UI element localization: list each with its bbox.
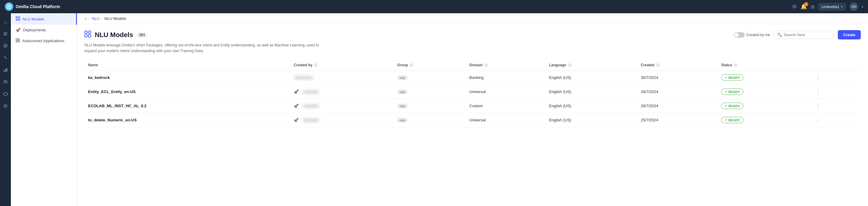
sidebar-item-analytics[interactable] <box>1 65 10 75</box>
status-check-icon: ✓ <box>724 118 727 122</box>
cell-created: 26/7/2024 <box>637 84 717 99</box>
svg-rect-25 <box>88 35 91 37</box>
breadcrumb-home-icon[interactable]: ⌂ <box>85 16 87 21</box>
leftnav-item-deployments[interactable]: 🚀 Deployments <box>11 25 77 35</box>
svg-rect-14 <box>16 16 18 18</box>
leftnav-section: NLU Models 🚀 Deployments Autocorrect App… <box>11 13 77 46</box>
table-body: ka_bedrock •••••••••••• ocp Banking Engl… <box>85 70 861 127</box>
sidebar: ⌂ ✎ <box>0 13 11 206</box>
cell-name: ECOLAB_ML_INST_HC_AL_0.2 <box>85 99 290 113</box>
row-menu-button[interactable]: ⋮ <box>813 102 823 110</box>
cell-status: ✓ READY <box>717 70 810 84</box>
cell-status: ✓ READY <box>717 113 810 127</box>
leftnav-item-autocorrect[interactable]: Autocorrect Applications <box>11 35 77 46</box>
sidebar-item-tools[interactable]: ✎ <box>1 53 10 63</box>
cell-group: ocp <box>394 113 466 127</box>
nlu-models-icon <box>16 16 20 22</box>
cell-language: English (US) <box>546 84 637 99</box>
breadcrumb-nlu[interactable]: NLU <box>92 16 99 21</box>
page-header-icon <box>85 31 91 39</box>
cell-menu: ⋮ <box>810 113 861 127</box>
sidebar-item-settings[interactable] <box>1 101 10 111</box>
rocket-icon: 🚀 <box>294 90 299 94</box>
svg-rect-17 <box>19 19 20 21</box>
col-status: Status ⓘ <box>717 60 810 71</box>
cell-language: English (US) <box>546 113 637 127</box>
search-input[interactable] <box>784 33 831 37</box>
cell-creator: 🚀 •••••••••• <box>290 99 394 113</box>
status-badge: ✓ READY <box>721 117 743 123</box>
creator-value: •••••••••• <box>302 90 320 94</box>
row-menu-button[interactable]: ⋮ <box>813 74 823 81</box>
group-badge: ocp <box>397 90 407 94</box>
grid-icon[interactable]: ⊞ <box>811 4 815 10</box>
leftnav-item-nlu-models[interactable]: NLU Models <box>11 13 77 25</box>
table-row: to_delete_Numeric_en-US 🚀 •••••••••• ocp… <box>85 113 861 127</box>
header-controls: Created by me 🔍 Create <box>734 30 861 39</box>
row-menu-button[interactable]: ⋮ <box>813 88 823 96</box>
row-menu-button[interactable]: ⋮ <box>813 116 823 124</box>
toggle-label: Created by me <box>746 33 770 37</box>
cell-domain: Universal <box>466 113 545 127</box>
page-content: NLU Models 261 Created by me 🔍 Create <box>77 24 868 133</box>
col-name: Name <box>85 60 290 71</box>
autocorrect-icon <box>16 38 20 43</box>
col-actions <box>810 60 861 71</box>
svg-rect-4 <box>4 35 7 35</box>
cell-name: to_delete_Numeric_en-US <box>85 113 290 127</box>
sidebar-item-model[interactable] <box>1 41 10 50</box>
cell-domain: Custom <box>466 99 545 113</box>
creator-value: •••••••••• <box>302 104 320 108</box>
app-title: Omilia Cloud Platform <box>16 4 60 9</box>
cell-created: 26/7/2024 <box>637 99 717 113</box>
group-badge: ocp <box>397 104 407 108</box>
col-language: Language ⓘ <box>546 60 637 71</box>
created-by-me-toggle[interactable] <box>734 32 745 38</box>
creator-value: •••••••••••• <box>294 75 314 80</box>
status-badge: ✓ READY <box>721 103 743 109</box>
app-logo <box>5 2 13 11</box>
svg-rect-24 <box>85 35 87 37</box>
sidebar-item-home[interactable]: ⌂ <box>1 17 10 27</box>
svg-point-6 <box>5 45 6 47</box>
status-badge: ✓ READY <box>721 89 743 95</box>
svg-rect-3 <box>4 33 7 34</box>
cell-status: ✓ READY <box>717 99 810 113</box>
create-button[interactable]: Create <box>838 30 861 39</box>
main-content: ⌂ › NLU › NLU Models NLU Models 261 <box>77 13 868 206</box>
page-count: 261 <box>136 32 148 38</box>
nlu-models-table: Name Created by ⓘ Group ⓘ Doma <box>85 60 861 127</box>
group-info-icon: ⓘ <box>410 64 413 67</box>
notification-icon[interactable]: 🔔 1 <box>801 3 807 10</box>
svg-point-1 <box>8 6 10 7</box>
col-group: Group ⓘ <box>394 60 466 71</box>
svg-rect-9 <box>6 68 7 72</box>
col-created-by: Created by ⓘ <box>290 60 394 71</box>
rocket-icon: 🚀 <box>294 104 299 108</box>
svg-rect-19 <box>18 39 20 40</box>
cell-menu: ⋮ <box>810 84 861 99</box>
sidebar-item-deploy[interactable] <box>1 89 10 99</box>
cell-domain: Banking <box>466 70 545 84</box>
svg-rect-18 <box>16 39 18 40</box>
avatar-chevron: ▾ <box>862 5 863 8</box>
cell-creator: 🚀 •••••••••• <box>290 113 394 127</box>
topnav-left: Omilia Cloud Platform <box>5 2 60 11</box>
sidebar-item-users[interactable] <box>1 77 10 87</box>
cell-name: Entity_ECL_Entity_en-US <box>85 84 290 99</box>
avatar[interactable]: OD <box>849 2 858 11</box>
cell-group: ocp <box>394 99 466 113</box>
svg-rect-20 <box>16 41 18 42</box>
rocket-icon: 🚀 <box>294 118 299 122</box>
sidebar-item-layers[interactable] <box>1 29 10 39</box>
creator-value: •••••••••• <box>302 118 320 123</box>
svg-rect-23 <box>88 31 91 33</box>
tenant-selector[interactable]: Umbrella1 ▾ <box>818 3 846 10</box>
tenant-chevron: ▾ <box>841 5 843 8</box>
page-description: NLU Models leverage Omilia's xPert Packa… <box>85 42 326 54</box>
cell-creator: •••••••••••• <box>290 70 394 84</box>
settings-icon[interactable]: ⚙ <box>792 3 797 10</box>
table-row: ka_bedrock •••••••••••• ocp Banking Engl… <box>85 70 861 84</box>
topnav-right: ⚙ 🔔 1 ⊞ Umbrella1 ▾ OD ▾ <box>792 2 863 11</box>
leftnav: NLU Models 🚀 Deployments Autocorrect App… <box>11 13 77 206</box>
